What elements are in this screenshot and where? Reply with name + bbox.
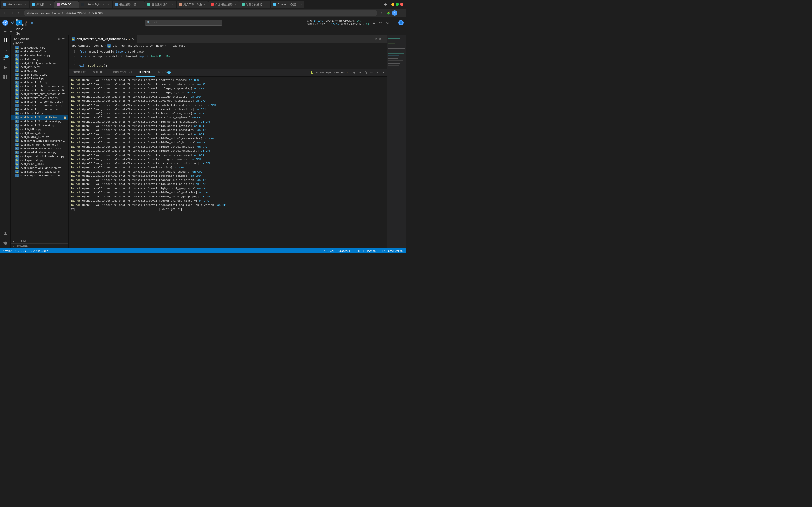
new-tab-button[interactable]: +: [382, 1, 389, 8]
panel-add-btn[interactable]: +: [352, 70, 357, 75]
panel-dropdown-btn[interactable]: ∨: [358, 70, 362, 75]
browser-tab-tab5[interactable]: 书生·浦语大模... ✕: [113, 1, 145, 8]
search-bar[interactable]: 🔍 root: [145, 20, 222, 25]
status-errors[interactable]: ✕ 0 ⚠ 0 ℹ 0: [14, 249, 29, 252]
activity-source-control[interactable]: 22: [1, 54, 10, 63]
more-btn[interactable]: ⋯: [392, 20, 397, 25]
tree-item[interactable]: eval_needleinahaystack.py: [11, 151, 68, 154]
editor-tab-close[interactable]: ✕: [132, 37, 134, 41]
split-btn[interactable]: ⧉: [385, 20, 390, 25]
tree-item[interactable]: eval_mmlu_with_zero_retriever_o...: [11, 139, 68, 143]
bookmark-btn[interactable]: ☆: [378, 10, 384, 16]
tree-item[interactable]: eval_internlm_7b.py: [11, 80, 68, 84]
menu-btn[interactable]: ⋮: [398, 10, 404, 16]
sidebar-new-file[interactable]: ⊕: [58, 37, 61, 41]
tree-item[interactable]: eval_internlm_chat_turbomind.py: [11, 92, 68, 96]
nav-back[interactable]: ←: [3, 29, 8, 34]
tab-ports[interactable]: PORTS 2: [155, 69, 173, 76]
code-editor[interactable]: 1 from mmengine.config import read_base …: [69, 49, 387, 68]
bc-configs[interactable]: configs: [94, 44, 103, 47]
bc-filename[interactable]: eval_internlm2_chat_7b_turbomind.py: [113, 44, 164, 47]
browser-tab-tab1[interactable]: stone-cloud ✕: [1, 1, 29, 8]
tab-debug-console[interactable]: DEBUG CONSOLE: [107, 69, 136, 76]
forward-button[interactable]: →: [9, 10, 15, 16]
tree-item[interactable]: eval_ds1000_interpreter.py: [11, 61, 68, 65]
sidebar-more[interactable]: ⋯: [62, 37, 65, 41]
tree-item[interactable]: eval_internlm2_chat_7b_tur... ●: [11, 115, 68, 119]
tree-item[interactable]: eval_llama2_7b.py: [11, 131, 68, 135]
activity-explorer[interactable]: [1, 36, 9, 44]
tree-item[interactable]: eval_rwkv5_3b.py: [11, 162, 68, 166]
person-btn[interactable]: 👤: [398, 20, 404, 25]
activity-account[interactable]: [1, 229, 10, 238]
status-python-version[interactable]: 3.11.5 ('base':conda): [377, 249, 405, 252]
bc-opencompass[interactable]: opencompass: [71, 44, 90, 47]
active-editor-tab[interactable]: eval_internlm2_chat_7b_turbomind.py U ✕: [69, 35, 137, 43]
menu-item-view[interactable]: View: [14, 27, 31, 32]
split-editor-btn[interactable]: ⧉: [379, 37, 381, 41]
timeline-header[interactable]: ▶ TIMELINE: [11, 243, 68, 248]
tab-problems[interactable]: PROBLEMS: [69, 69, 90, 76]
more-editor-btn[interactable]: ⋯: [382, 37, 385, 41]
minimize-btn[interactable]: [392, 3, 394, 6]
tree-item[interactable]: eval_lightllm.py: [11, 127, 68, 131]
status-position[interactable]: Ln 1, Col 1: [321, 249, 337, 252]
maximize-btn[interactable]: [396, 3, 399, 6]
status-spaces[interactable]: Spaces: 4: [337, 249, 351, 252]
status-git[interactable]: ⑂ 2 Git Graph: [30, 249, 49, 252]
terminal[interactable]: launch OpenICLEval[internlm2-chat-7b-tur…: [69, 76, 387, 248]
tree-item[interactable]: eval_contamination.py: [11, 53, 68, 57]
tree-item[interactable]: eval_internLM.py: [11, 111, 68, 115]
tree-item[interactable]: eval_internlm2_chat_keyset.py: [11, 119, 68, 123]
tree-item[interactable]: eval_subjective_alignbench.py: [11, 166, 68, 170]
layout-btn[interactable]: ⊟: [371, 20, 376, 25]
tree-item[interactable]: eval_internlm_chat_turbomind_a...: [11, 84, 68, 88]
menu-item-edit[interactable]: Edit: [14, 18, 31, 23]
bc-func[interactable]: read_base: [171, 44, 185, 47]
tree-item[interactable]: eval_internlm_turbomind_tis.py: [11, 104, 68, 107]
outline-header[interactable]: ▶ OUTLINE: [11, 239, 68, 243]
tree-item[interactable]: eval_codegeex2.py: [11, 50, 68, 53]
menu-item-file[interactable]: File: [14, 17, 31, 18]
tree-item[interactable]: eval_codeagent.py: [11, 46, 68, 50]
browser-tab-tab6[interactable]: 春卷王专场作... ✕: [145, 1, 176, 8]
tree-item[interactable]: eval_internlm_math_chat.py: [11, 96, 68, 100]
tree-item[interactable]: eval_subjective_compassarena...: [11, 174, 68, 177]
panel-close-btn[interactable]: ✕: [381, 70, 386, 75]
tree-item[interactable]: eval_hf_llama2.py: [11, 76, 68, 80]
activity-settings[interactable]: [1, 238, 10, 247]
tree-item[interactable]: eval_mixtral_8x7b.py: [11, 135, 68, 139]
tree-item[interactable]: eval_gpt4.py: [11, 69, 68, 73]
profile-btn[interactable]: A: [392, 10, 397, 16]
status-language[interactable]: Python: [366, 249, 376, 252]
tree-item[interactable]: eval_internlm2_keyset.py: [11, 123, 68, 127]
tree-item[interactable]: eval_demo.py: [11, 57, 68, 61]
browser-tab-tab4[interactable]: InternLM/tuto... ✕: [79, 1, 112, 8]
panel-collapse-btn[interactable]: ∧: [375, 70, 380, 75]
activity-run[interactable]: [1, 63, 10, 72]
tree-item[interactable]: eval_needleinahaystack_turbomi...: [11, 147, 68, 151]
panel-btn[interactable]: ▭: [378, 20, 383, 25]
tree-item[interactable]: eval_qwen_7b_chat_lawbench.py: [11, 154, 68, 158]
panel-more-btn[interactable]: ⋯: [369, 70, 374, 75]
browser-tab-tab2[interactable]: 开发机 ✕: [30, 1, 54, 8]
activity-search[interactable]: [1, 45, 10, 54]
tree-item[interactable]: eval_internlm_turbomind.py: [11, 107, 68, 111]
browser-tab-tab7[interactable]: 第六节课—作业 ✕: [176, 1, 208, 8]
menu-item-selection[interactable]: Selection: [14, 23, 31, 27]
panel-trash-btn[interactable]: 🗑: [363, 70, 368, 75]
tree-item[interactable]: eval_gpt3.5.py: [11, 65, 68, 69]
status-branch[interactable]: ⑂ main*: [1, 249, 13, 252]
tree-item[interactable]: eval_hf_llama_7b.py: [11, 73, 68, 76]
browser-tab-tab9[interactable]: 结营学员登记... ✕: [239, 1, 270, 8]
tab-output[interactable]: OUTPUT: [90, 69, 107, 76]
reload-button[interactable]: ↻: [16, 10, 22, 16]
tab-terminal[interactable]: TERMINAL: [136, 69, 155, 76]
tree-item[interactable]: eval_subjective_alpacaeval.py: [11, 170, 68, 174]
tree-item[interactable]: eval_internlm_turbomind_api.py: [11, 100, 68, 104]
run-code-btn[interactable]: ▷: [375, 37, 378, 41]
tree-root[interactable]: ▼ ROOT: [11, 42, 68, 46]
tree-item[interactable]: eval_qwen_7b.py: [11, 158, 68, 162]
close-btn[interactable]: [400, 3, 403, 6]
back-button[interactable]: ←: [2, 10, 8, 16]
